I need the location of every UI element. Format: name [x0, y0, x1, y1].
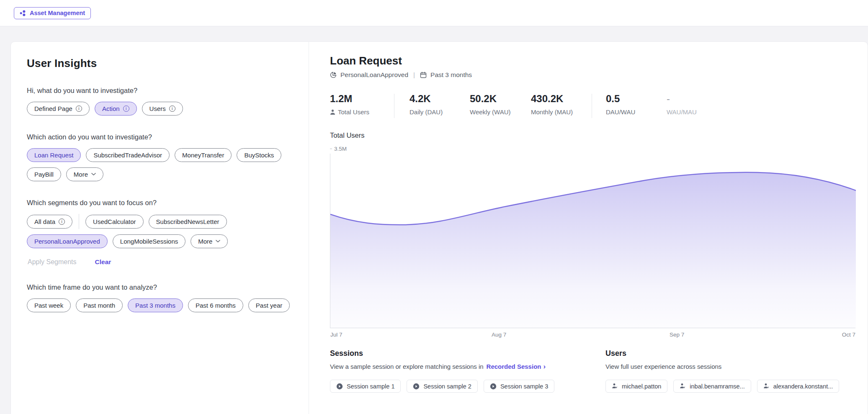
chip-label: Users [149, 105, 166, 112]
play-icon [336, 383, 343, 390]
info-icon [59, 219, 65, 225]
metric-wau: 50.2K Weekly (WAU) [470, 93, 531, 116]
users-description: View full user experience across session… [605, 363, 856, 370]
segment-chip-row-2: PersonalLoanApproved LongMobileSessions … [27, 234, 292, 248]
chip-past-6-months[interactable]: Past 6 months [188, 298, 243, 312]
metric-wau-mau: - WAU/MAU [667, 93, 697, 116]
insights-card: User Insights Hi, what do you want to in… [10, 41, 868, 414]
page-title: User Insights [27, 57, 292, 70]
chip-past-week[interactable]: Past week [27, 298, 71, 312]
chip-label: MoneyTransfer [182, 152, 224, 159]
chart-title: Total Users [330, 131, 856, 139]
tick-mark [330, 149, 332, 149]
total-users-area-chart: Jul 7 Aug 7 Sep 7 Oct 7 [330, 154, 855, 328]
clear-button[interactable]: Clear [95, 258, 111, 266]
chevron-right-icon: › [543, 363, 546, 370]
chip-defined-page[interactable]: Defined Page [27, 102, 90, 116]
chip-buy-stocks[interactable]: BuyStocks [237, 148, 281, 162]
top-header-bar: Asset Management [0, 0, 868, 26]
sessions-users-row: Sessions View a sample session or explor… [330, 349, 856, 393]
metric-value: 4.2K [410, 93, 470, 105]
metric-label: Weekly (WAU) [470, 108, 511, 116]
play-icon [413, 383, 420, 390]
recorded-session-link[interactable]: Recorded Session › [487, 363, 546, 370]
sessions-description: View a sample session or explore matchin… [330, 363, 605, 370]
chip-loan-request[interactable]: Loan Request [27, 148, 81, 162]
metric-value: 430.2K [531, 93, 592, 105]
metric-total-users: 1.2M Total Users [330, 93, 394, 116]
chip-label: Loan Request [34, 152, 73, 159]
chip-pay-bill[interactable]: PayBill [27, 167, 61, 181]
x-tick-oct: Oct 7 [842, 332, 855, 338]
chip-users[interactable]: Users [142, 102, 183, 116]
session-sample-3-button[interactable]: Session sample 3 [484, 380, 554, 393]
chip-subscribed-newsletter[interactable]: SubscribedNewsLetter [149, 215, 227, 229]
chip-more-actions[interactable]: More [66, 167, 103, 181]
chip-label: PayBill [34, 171, 54, 178]
asset-management-button[interactable]: Asset Management [14, 7, 91, 19]
loan-request-report: Loan Request PersonalLoanApproved | Past… [309, 42, 868, 414]
action-chip-row-1: Loan Request SubscribedTradeAdvisor Mone… [27, 148, 292, 162]
investigate-chip-row: Defined Page Action Users [27, 102, 292, 116]
chip-label: SubscribedTradeAdvisor [93, 152, 162, 159]
chip-label: Past 6 months [196, 302, 236, 309]
sessions-title: Sessions [330, 349, 605, 358]
session-sample-2-button[interactable]: Session sample 2 [407, 380, 477, 393]
metric-value: 0.5 [606, 93, 667, 105]
apply-segments-button[interactable]: Apply Segments [28, 258, 77, 266]
chip-past-3-months[interactable]: Past 3 months [128, 298, 183, 312]
chip-long-mobile-sessions[interactable]: LongMobileSessions [113, 234, 185, 248]
user-michael-patton-button[interactable]: michael.patton [605, 380, 667, 393]
user-session-icon [680, 383, 686, 389]
person-icon [330, 109, 335, 115]
chip-subscribed-trade-advisor[interactable]: SubscribedTradeAdvisor [86, 148, 170, 162]
chip-label: PersonalLoanApproved [34, 238, 100, 245]
chip-used-calculator[interactable]: UsedCalculator [85, 215, 144, 229]
user-session-icon [612, 383, 618, 389]
metric-value: 50.2K [470, 93, 531, 105]
segment-divider [79, 214, 79, 229]
question-segments: Which segments do you want to focus on? [27, 199, 292, 207]
info-icon [169, 105, 175, 112]
chip-label: LongMobileSessions [120, 238, 178, 245]
metric-dau-wau: 0.5 DAU/WAU [606, 93, 667, 116]
user-session-icon [763, 383, 770, 389]
chip-label: Past month [83, 302, 115, 309]
report-subtitle: PersonalLoanApproved | Past 3 months [330, 71, 856, 79]
area-chart-svg [330, 154, 856, 328]
chip-personal-loan-approved[interactable]: PersonalLoanApproved [27, 234, 108, 248]
x-tick-aug: Aug 7 [492, 332, 506, 338]
chip-more-segments[interactable]: More [191, 234, 228, 248]
chip-label: Action [102, 105, 120, 112]
session-sample-1-button[interactable]: Session sample 1 [330, 380, 401, 393]
question-action: Which action do you want to investigate? [27, 133, 292, 141]
segment-chip-row-1: All data UsedCalculator SubscribedNewsLe… [27, 214, 292, 229]
metric-value: 1.2M [330, 93, 394, 105]
chip-past-year[interactable]: Past year [248, 298, 290, 312]
metric-label: WAU/MAU [667, 108, 697, 116]
users-title: Users [605, 349, 856, 358]
action-chip-row-2: PayBill More [27, 167, 292, 181]
user-alexandera-button[interactable]: alexandera.konstant... [757, 380, 840, 393]
chip-label: More [198, 238, 212, 245]
chevron-down-icon [91, 173, 96, 176]
pie-chart-icon [330, 72, 337, 78]
chip-money-transfer[interactable]: MoneyTransfer [175, 148, 232, 162]
metric-label: Daily (DAU) [410, 108, 443, 116]
page-body: User Insights Hi, what do you want to in… [0, 26, 868, 414]
timeframe-name: Past 3 months [430, 71, 472, 79]
user-inbal-button[interactable]: inbal.benamramse... [673, 380, 751, 393]
sessions-section: Sessions View a sample session or explor… [330, 349, 605, 393]
question-timeframe: Which time frame do you want to analyze? [27, 283, 292, 291]
chip-past-month[interactable]: Past month [76, 298, 123, 312]
chip-action[interactable]: Action [95, 102, 137, 116]
chip-label: More [74, 171, 88, 178]
segment-actions-row: Apply Segments Clear [28, 258, 292, 266]
chip-label: Past week [34, 302, 63, 309]
chip-all-data[interactable]: All data [27, 215, 72, 229]
calendar-icon [420, 72, 427, 78]
segment-name: PersonalLoanApproved [340, 71, 408, 79]
user-insights-panel: User Insights Hi, what do you want to in… [11, 42, 309, 414]
chip-label: Defined Page [34, 105, 72, 112]
metrics-row: 1.2M Total Users 4.2K Daily (DAU) 50.2K … [330, 93, 856, 118]
